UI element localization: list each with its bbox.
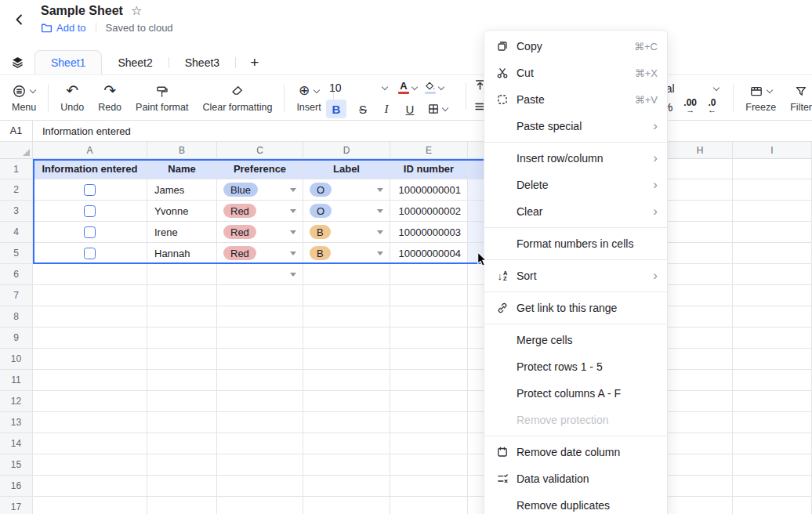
cell-H7[interactable]	[668, 285, 733, 306]
cell-C17[interactable]	[217, 497, 303, 514]
cell-E10[interactable]	[390, 349, 468, 370]
cell-I9[interactable]	[733, 328, 812, 349]
row-header-12[interactable]: 12	[0, 391, 33, 412]
cell-H16[interactable]	[668, 476, 733, 497]
cell-A2[interactable]	[33, 179, 147, 201]
cell-E2[interactable]: 10000000001	[390, 179, 468, 201]
cell-H14[interactable]	[668, 433, 733, 454]
cell-I16[interactable]	[733, 476, 812, 497]
cell-E1[interactable]: ID number	[390, 159, 468, 179]
cell-I17[interactable]	[733, 497, 812, 514]
cell-A3[interactable]	[33, 201, 147, 222]
back-button[interactable]	[9, 9, 30, 30]
strikethrough-button[interactable]: S	[351, 100, 375, 118]
formula-input[interactable]: Information entered	[33, 121, 812, 141]
borders-button[interactable]	[422, 100, 453, 118]
cell-D10[interactable]	[303, 349, 390, 370]
cell-E5[interactable]: 10000000004	[390, 243, 468, 264]
cell-C16[interactable]	[217, 476, 303, 497]
cell-I14[interactable]	[733, 433, 812, 454]
cell-B14[interactable]	[147, 433, 217, 454]
cell-C11[interactable]	[217, 370, 303, 391]
column-header-B[interactable]: B	[147, 142, 217, 159]
cell-B11[interactable]	[147, 370, 217, 391]
row-header-3[interactable]: 3	[0, 201, 33, 222]
cell-H4[interactable]	[668, 222, 733, 243]
row-header-17[interactable]: 17	[0, 497, 33, 514]
cell-B15[interactable]	[147, 454, 217, 476]
menu-item-sort[interactable]: ↓AZSort›	[484, 262, 667, 289]
cell-B16[interactable]	[147, 476, 217, 497]
row-header-14[interactable]: 14	[0, 433, 33, 454]
cell-I15[interactable]	[733, 454, 812, 476]
menu-item-paste[interactable]: Paste⌘+V	[484, 86, 667, 113]
dropdown-arrow-icon[interactable]	[377, 230, 383, 234]
cell-H1[interactable]	[668, 159, 733, 179]
row-header-16[interactable]: 16	[0, 476, 33, 497]
cell-H2[interactable]	[668, 179, 733, 201]
cell-A9[interactable]	[33, 328, 147, 349]
star-icon[interactable]: ☆	[131, 5, 142, 17]
dropdown-arrow-icon[interactable]	[290, 230, 296, 234]
cell-B7[interactable]	[147, 285, 217, 306]
cell-I13[interactable]	[733, 412, 812, 433]
cell-I6[interactable]	[733, 264, 812, 285]
cell-H8[interactable]	[668, 306, 733, 328]
menu-item-protect-rows-1-5[interactable]: Protect rows 1 - 5	[484, 353, 667, 380]
cell-H15[interactable]	[668, 454, 733, 476]
cell-I5[interactable]	[733, 243, 812, 264]
cell-B17[interactable]	[147, 497, 217, 514]
cell-A6[interactable]	[33, 264, 147, 285]
underline-button[interactable]: U	[398, 100, 422, 118]
bold-button[interactable]: B	[326, 100, 346, 118]
menu-item-remove-date-column[interactable]: Remove date column	[484, 439, 667, 465]
select-all-corner[interactable]	[0, 142, 33, 159]
cell-E3[interactable]: 10000000002	[390, 201, 468, 222]
cell-A8[interactable]	[33, 306, 147, 328]
cell-E6[interactable]	[390, 264, 468, 285]
cell-H12[interactable]	[668, 391, 733, 412]
paint-format-button[interactable]: Paint format	[129, 78, 195, 118]
cell-E11[interactable]	[390, 370, 468, 391]
row-header-6[interactable]: 6	[0, 264, 33, 285]
cell-C7[interactable]	[217, 285, 303, 306]
cell-E13[interactable]	[390, 412, 468, 433]
cell-E15[interactable]	[390, 454, 468, 476]
menu-item-data-validation[interactable]: Data validation	[484, 465, 667, 492]
menu-item-remove-duplicates[interactable]: Remove duplicates	[484, 492, 667, 514]
row-header-9[interactable]: 9	[0, 328, 33, 349]
cell-H13[interactable]	[668, 412, 733, 433]
cell-E9[interactable]	[390, 328, 468, 349]
checkbox[interactable]	[84, 226, 96, 238]
cell-A13[interactable]	[33, 412, 147, 433]
cell-I8[interactable]	[733, 306, 812, 328]
cell-A10[interactable]	[33, 349, 147, 370]
cell-E8[interactable]	[390, 306, 468, 328]
cell-I4[interactable]	[733, 222, 812, 243]
cell-C12[interactable]	[217, 391, 303, 412]
cell-A7[interactable]	[33, 285, 147, 306]
cell-I2[interactable]	[733, 179, 812, 201]
dropdown-arrow-icon[interactable]	[290, 273, 296, 277]
cell-D17[interactable]	[303, 497, 390, 514]
column-header-D[interactable]: D	[303, 142, 390, 159]
menu-button[interactable]: Menu	[5, 78, 43, 118]
cell-C14[interactable]	[217, 433, 303, 454]
cell-H17[interactable]	[668, 497, 733, 514]
insert-button[interactable]: ⊕ Insert	[289, 78, 328, 118]
tab-sheet2[interactable]: Sheet2	[102, 50, 168, 74]
column-header-A[interactable]: A	[33, 142, 147, 159]
row-header-11[interactable]: 11	[0, 370, 33, 391]
cell-H9[interactable]	[668, 328, 733, 349]
filter-button[interactable]: Filter	[783, 78, 812, 118]
menu-item-protect-columns-a-f[interactable]: Protect columns A - F	[484, 380, 667, 407]
cell-D5[interactable]: B	[303, 243, 390, 264]
number-format-select[interactable]: ral	[662, 82, 728, 95]
cell-A11[interactable]	[33, 370, 147, 391]
menu-item-insert-row-column[interactable]: Insert row/column›	[484, 145, 667, 172]
checkbox[interactable]	[84, 184, 96, 196]
dropdown-arrow-icon[interactable]	[290, 209, 296, 213]
cell-D2[interactable]: O	[303, 179, 390, 201]
cell-B2[interactable]: James	[147, 179, 217, 201]
cell-C8[interactable]	[217, 306, 303, 328]
